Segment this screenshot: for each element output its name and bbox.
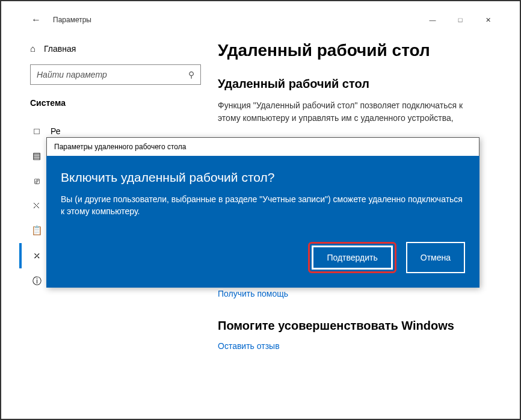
multitask-icon: ▤ (31, 150, 42, 161)
dialog-body-text: Вы (и другие пользователи, выбранные в р… (61, 193, 465, 218)
section-header: Система (30, 98, 201, 108)
search-placeholder: Найти параметр (37, 70, 107, 79)
section-heading: Удаленный рабочий стол (218, 77, 484, 91)
confirmation-dialog: Параметры удаленного рабочего стола Вклю… (46, 137, 479, 288)
project-icon: ⎚ (31, 176, 42, 186)
shared-icon: ⛌ (31, 200, 42, 211)
maximize-button[interactable]: □ (446, 10, 474, 29)
description-text: Функция "Удаленный рабочий стол" позволя… (218, 99, 484, 125)
home-link[interactable]: ⌂ Главная (30, 43, 201, 54)
home-label: Главная (44, 44, 76, 54)
dialog-title: Параметры удаленного рабочего стола (46, 137, 479, 156)
search-input[interactable]: Найти параметр ⚲ (30, 64, 201, 85)
remote-icon: ⤫ (31, 250, 42, 261)
search-icon: ⚲ (188, 70, 194, 79)
confirm-highlight: Подтвердить (308, 242, 396, 273)
close-button[interactable]: ✕ (474, 10, 502, 29)
get-help-link[interactable]: Получить помощь (218, 289, 484, 298)
display-icon: □ (31, 126, 42, 136)
page-title: Удаленный рабочий стол (218, 41, 484, 60)
sidebar-item-label: Ре (51, 126, 61, 136)
cancel-button[interactable]: Отмена (406, 242, 465, 273)
window-title: Параметры (53, 16, 91, 24)
back-icon[interactable]: ← (31, 14, 41, 25)
info-icon: ⓘ (31, 276, 42, 287)
minimize-button[interactable]: — (419, 10, 446, 29)
titlebar: ← Параметры — □ ✕ (19, 8, 502, 31)
confirm-button[interactable]: Подтвердить (312, 246, 392, 270)
feedback-link[interactable]: Оставить отзыв (218, 341, 484, 351)
home-icon: ⌂ (30, 43, 35, 54)
feedback-heading: Помогите усовершенствовать Windows (218, 319, 484, 333)
dialog-heading: Включить удаленный рабочий стол? (61, 170, 465, 185)
clipboard-icon: 📋 (31, 225, 42, 236)
